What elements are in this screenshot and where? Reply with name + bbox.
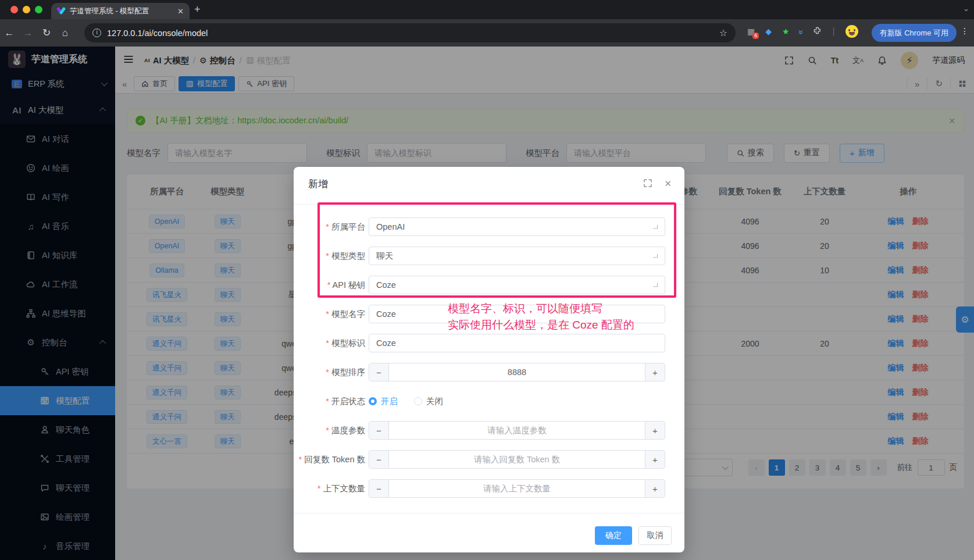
browser-tab-title: 芋道管理系统 - 模型配置 bbox=[70, 6, 173, 16]
type-select[interactable]: 聊天 bbox=[369, 247, 665, 265]
tokens-field-label: 回复数 Token 数 bbox=[294, 450, 365, 469]
app-viewport: 🐰 芋道管理系统 E ERP 系统 AI AI 大模型 AI 对话 bbox=[0, 47, 974, 560]
apikey-select[interactable]: Coze bbox=[369, 276, 665, 294]
context-input[interactable] bbox=[389, 480, 645, 497]
context-field-label: 上下文数量 bbox=[294, 479, 365, 498]
temperature-field-label: 温度参数 bbox=[294, 421, 365, 440]
address-bar[interactable]: i 127.0.0.1/ai/console/model ☆ bbox=[84, 23, 736, 42]
back-button[interactable]: ← bbox=[0, 27, 19, 39]
dialog-fullscreen-icon[interactable] bbox=[643, 179, 652, 190]
confirm-button[interactable]: 确定 bbox=[595, 526, 632, 545]
bookmark-star-icon[interactable]: ☆ bbox=[719, 27, 727, 38]
profile-avatar[interactable] bbox=[845, 25, 858, 38]
platform-field-label: 所属平台 bbox=[294, 217, 365, 236]
radio-dot bbox=[414, 397, 422, 405]
status-radio-group: 开启 关闭 bbox=[369, 392, 443, 411]
star-extension-icon[interactable]: ★ bbox=[782, 27, 790, 36]
decrease-button[interactable]: − bbox=[369, 363, 389, 381]
type-field-label: 模型类型 bbox=[294, 247, 365, 265]
site-info-icon[interactable]: i bbox=[92, 28, 101, 37]
maximize-window-button[interactable] bbox=[35, 6, 42, 13]
home-button[interactable]: ⌂ bbox=[56, 27, 74, 39]
increase-button[interactable]: + bbox=[645, 363, 665, 381]
site-favicon bbox=[57, 7, 65, 15]
increase-button[interactable]: + bbox=[645, 422, 665, 439]
tab-close-icon[interactable]: ✕ bbox=[177, 7, 184, 16]
tokens-input[interactable] bbox=[389, 451, 645, 468]
puzzle-extensions-icon[interactable] bbox=[813, 26, 822, 37]
temperature-input[interactable] bbox=[389, 422, 645, 439]
close-window-button[interactable] bbox=[10, 6, 18, 13]
chrome-update-button[interactable]: 有新版 Chrome 可用 bbox=[872, 24, 957, 42]
tokens-stepper: − + bbox=[369, 450, 665, 469]
forward-button[interactable]: → bbox=[19, 27, 37, 39]
decrease-button[interactable]: − bbox=[369, 422, 389, 439]
status-on-radio[interactable]: 开启 bbox=[369, 396, 398, 407]
dialog-close-icon[interactable]: ✕ bbox=[664, 179, 672, 190]
minimize-window-button[interactable] bbox=[23, 6, 30, 13]
decrease-button[interactable]: − bbox=[369, 451, 389, 468]
chevrons-extension-icon[interactable]: » bbox=[797, 30, 806, 33]
url-text[interactable]: 127.0.0.1/ai/console/model bbox=[107, 28, 713, 38]
window-controls[interactable] bbox=[10, 6, 42, 13]
radio-dot bbox=[369, 397, 377, 405]
new-tab-button[interactable]: + bbox=[194, 3, 201, 16]
apikey-field-label: API 秘钥 bbox=[294, 276, 365, 294]
browser-toolbar: ← → ↻ ⌂ i 127.0.0.1/ai/console/model ☆ ▦… bbox=[0, 19, 974, 47]
sort-field-label: 模型排序 bbox=[294, 363, 365, 381]
extension-badge: 6 bbox=[752, 33, 759, 39]
add-model-dialog: 新增 ✕ 所属平台 OpenAI 模型类型 聊天 API 秘钥 Coze 模型名… bbox=[294, 167, 684, 552]
temperature-stepper: − + bbox=[369, 421, 665, 440]
cancel-button[interactable]: 取消 bbox=[638, 526, 672, 545]
chevron-down-icon bbox=[653, 254, 658, 258]
decrease-button[interactable]: − bbox=[369, 480, 389, 497]
extension-icons: ▦6 ◆ ★ » | bbox=[747, 25, 858, 38]
status-field-label: 开启状态 bbox=[294, 392, 365, 411]
context-stepper: − + bbox=[369, 479, 665, 498]
platform-select[interactable]: OpenAI bbox=[369, 217, 665, 236]
ident-input[interactable] bbox=[369, 334, 665, 352]
name-field-label: 模型名字 bbox=[294, 305, 365, 323]
screen: 芋道管理系统 - 模型配置 ✕ + ⌄ ← → ↻ ⌂ i 127.0.0.1/… bbox=[0, 0, 974, 560]
sort-stepper: − + bbox=[369, 363, 665, 381]
increase-button[interactable]: + bbox=[645, 480, 665, 497]
dialog-title: 新增 bbox=[308, 177, 328, 191]
gem-extension-icon[interactable]: ◆ bbox=[765, 27, 772, 36]
annotation-text: 模型名字、标识，可以随便填写 实际使用什么模型，是在 Coze 配置的 bbox=[448, 301, 634, 333]
chevron-down-icon bbox=[653, 283, 658, 287]
extension-with-badge-icon[interactable]: ▦6 bbox=[747, 27, 755, 36]
reload-button[interactable]: ↻ bbox=[37, 27, 56, 39]
browser-menu-icon[interactable]: ⋮ bbox=[961, 26, 969, 35]
chevron-down-icon bbox=[653, 225, 658, 229]
tabstrip-chevron-icon[interactable]: ⌄ bbox=[963, 4, 969, 13]
status-off-radio[interactable]: 关闭 bbox=[414, 396, 443, 407]
browser-tab[interactable]: 芋道管理系统 - 模型配置 ✕ bbox=[51, 3, 190, 19]
browser-tab-strip: 芋道管理系统 - 模型配置 ✕ + ⌄ bbox=[0, 0, 974, 19]
increase-button[interactable]: + bbox=[645, 451, 665, 468]
sort-input[interactable] bbox=[389, 363, 645, 381]
ident-field-label: 模型标识 bbox=[294, 334, 365, 352]
